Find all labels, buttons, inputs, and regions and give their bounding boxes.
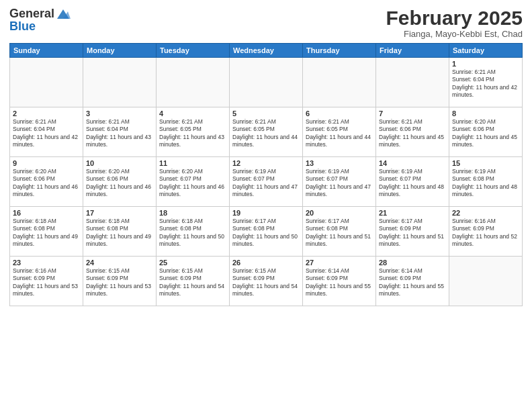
day-info: Sunrise: 6:18 AMSunset: 6:08 PMDaylight:… [86, 218, 153, 248]
day-info: Sunrise: 6:20 AMSunset: 6:07 PMDaylight:… [159, 168, 226, 199]
calendar-cell [157, 58, 230, 107]
day-info: Sunrise: 6:20 AMSunset: 6:06 PMDaylight:… [13, 168, 80, 199]
calendar-cell: 23Sunrise: 6:16 AMSunset: 6:09 PMDayligh… [10, 257, 83, 306]
calendar-cell: 24Sunrise: 6:15 AMSunset: 6:09 PMDayligh… [83, 257, 157, 306]
logo-area: General Blue [9, 7, 71, 34]
day-number: 23 [13, 259, 80, 267]
calendar-cell: 8Sunrise: 6:20 AMSunset: 6:06 PMDaylight… [449, 107, 523, 157]
day-info: Sunrise: 6:17 AMSunset: 6:08 PMDaylight:… [306, 218, 373, 248]
calendar-cell [449, 257, 523, 306]
day-number: 6 [306, 109, 373, 118]
day-info: Sunrise: 6:21 AMSunset: 6:05 PMDaylight:… [232, 118, 300, 149]
col-sunday: Sunday [10, 44, 83, 58]
day-info: Sunrise: 6:20 AMSunset: 6:06 PMDaylight:… [86, 168, 153, 199]
day-number: 20 [306, 209, 373, 217]
day-info: Sunrise: 6:14 AMSunset: 6:09 PMDaylight:… [306, 267, 373, 298]
calendar-cell: 12Sunrise: 6:19 AMSunset: 6:07 PMDayligh… [230, 157, 303, 207]
calendar-cell [230, 58, 303, 107]
logo-blue: Blue [9, 19, 36, 33]
location-title: Fianga, Mayo-Kebbi Est, Chad [386, 29, 523, 39]
day-info: Sunrise: 6:20 AMSunset: 6:06 PMDaylight:… [452, 118, 519, 149]
calendar-cell: 13Sunrise: 6:19 AMSunset: 6:07 PMDayligh… [303, 157, 376, 207]
day-number: 28 [379, 259, 446, 267]
calendar-cell [83, 58, 157, 107]
day-info: Sunrise: 6:19 AMSunset: 6:07 PMDaylight:… [232, 168, 300, 199]
calendar-cell: 6Sunrise: 6:21 AMSunset: 6:05 PMDaylight… [303, 107, 376, 157]
day-number: 27 [306, 259, 373, 267]
day-info: Sunrise: 6:16 AMSunset: 6:09 PMDaylight:… [452, 218, 519, 248]
logo-general: General [9, 7, 54, 21]
calendar-cell: 5Sunrise: 6:21 AMSunset: 6:05 PMDaylight… [230, 107, 303, 157]
day-info: Sunrise: 6:14 AMSunset: 6:09 PMDaylight:… [379, 267, 446, 298]
day-number: 25 [159, 259, 226, 267]
day-number: 10 [86, 159, 153, 167]
calendar-cell: 26Sunrise: 6:15 AMSunset: 6:09 PMDayligh… [230, 257, 303, 306]
day-number: 3 [86, 109, 153, 118]
calendar-cell: 21Sunrise: 6:17 AMSunset: 6:09 PMDayligh… [376, 207, 449, 257]
day-info: Sunrise: 6:16 AMSunset: 6:09 PMDaylight:… [13, 267, 80, 298]
day-number: 8 [452, 109, 519, 118]
calendar-cell: 18Sunrise: 6:18 AMSunset: 6:08 PMDayligh… [157, 207, 230, 257]
calendar-week-4: 23Sunrise: 6:16 AMSunset: 6:09 PMDayligh… [10, 257, 523, 306]
day-number: 12 [232, 159, 300, 167]
day-number: 21 [379, 209, 446, 217]
day-info: Sunrise: 6:21 AMSunset: 6:06 PMDaylight:… [379, 118, 446, 149]
day-number: 5 [232, 109, 300, 118]
day-info: Sunrise: 6:18 AMSunset: 6:08 PMDaylight:… [159, 218, 226, 248]
day-number: 14 [379, 159, 446, 167]
day-number: 18 [159, 209, 226, 217]
col-wednesday: Wednesday [230, 44, 303, 58]
day-info: Sunrise: 6:15 AMSunset: 6:09 PMDaylight:… [86, 267, 153, 298]
day-info: Sunrise: 6:21 AMSunset: 6:04 PMDaylight:… [452, 68, 519, 99]
calendar-cell: 14Sunrise: 6:19 AMSunset: 6:07 PMDayligh… [376, 157, 449, 207]
month-title: February 2025 [386, 7, 523, 29]
day-info: Sunrise: 6:21 AMSunset: 6:05 PMDaylight:… [306, 118, 373, 149]
logo-icon [56, 7, 71, 21]
day-number: 7 [379, 109, 446, 118]
day-info: Sunrise: 6:21 AMSunset: 6:05 PMDaylight:… [159, 118, 226, 149]
calendar-cell: 15Sunrise: 6:19 AMSunset: 6:08 PMDayligh… [449, 157, 523, 207]
day-number: 9 [13, 159, 80, 167]
calendar-cell: 7Sunrise: 6:21 AMSunset: 6:06 PMDaylight… [376, 107, 449, 157]
calendar-cell [10, 58, 83, 107]
calendar-table: Sunday Monday Tuesday Wednesday Thursday… [9, 43, 523, 306]
day-info: Sunrise: 6:15 AMSunset: 6:09 PMDaylight:… [159, 267, 226, 298]
day-info: Sunrise: 6:17 AMSunset: 6:08 PMDaylight:… [232, 218, 300, 248]
col-tuesday: Tuesday [157, 44, 230, 58]
day-info: Sunrise: 6:19 AMSunset: 6:08 PMDaylight:… [452, 168, 519, 199]
day-number: 17 [86, 209, 153, 217]
calendar-week-1: 2Sunrise: 6:21 AMSunset: 6:04 PMDaylight… [10, 107, 523, 157]
calendar-week-3: 16Sunrise: 6:18 AMSunset: 6:08 PMDayligh… [10, 207, 523, 257]
day-number: 19 [232, 209, 300, 217]
col-thursday: Thursday [303, 44, 376, 58]
calendar-cell: 25Sunrise: 6:15 AMSunset: 6:09 PMDayligh… [157, 257, 230, 306]
day-number: 11 [159, 159, 226, 167]
calendar-cell: 3Sunrise: 6:21 AMSunset: 6:04 PMDaylight… [83, 107, 157, 157]
day-number: 24 [86, 259, 153, 267]
title-area: February 2025 Fianga, Mayo-Kebbi Est, Ch… [386, 7, 523, 39]
col-saturday: Saturday [449, 44, 523, 58]
day-info: Sunrise: 6:19 AMSunset: 6:07 PMDaylight:… [306, 168, 373, 199]
calendar-cell: 4Sunrise: 6:21 AMSunset: 6:05 PMDaylight… [157, 107, 230, 157]
day-info: Sunrise: 6:17 AMSunset: 6:09 PMDaylight:… [379, 218, 446, 248]
calendar-cell: 11Sunrise: 6:20 AMSunset: 6:07 PMDayligh… [157, 157, 230, 207]
calendar-cell [303, 58, 376, 107]
day-number: 13 [306, 159, 373, 167]
calendar-cell: 9Sunrise: 6:20 AMSunset: 6:06 PMDaylight… [10, 157, 83, 207]
calendar-cell: 27Sunrise: 6:14 AMSunset: 6:09 PMDayligh… [303, 257, 376, 306]
calendar-cell: 16Sunrise: 6:18 AMSunset: 6:08 PMDayligh… [10, 207, 83, 257]
day-number: 16 [13, 209, 80, 217]
calendar-week-2: 9Sunrise: 6:20 AMSunset: 6:06 PMDaylight… [10, 157, 523, 207]
header: General Blue February 2025 Fianga, Mayo-… [9, 7, 523, 39]
col-friday: Friday [376, 44, 449, 58]
calendar-cell: 17Sunrise: 6:18 AMSunset: 6:08 PMDayligh… [83, 207, 157, 257]
calendar-cell: 1Sunrise: 6:21 AMSunset: 6:04 PMDaylight… [449, 58, 523, 107]
day-number: 2 [13, 109, 80, 118]
day-info: Sunrise: 6:15 AMSunset: 6:09 PMDaylight:… [232, 267, 300, 298]
day-number: 1 [452, 60, 519, 68]
day-info: Sunrise: 6:21 AMSunset: 6:04 PMDaylight:… [86, 118, 153, 149]
calendar-cell: 10Sunrise: 6:20 AMSunset: 6:06 PMDayligh… [83, 157, 157, 207]
calendar-cell: 20Sunrise: 6:17 AMSunset: 6:08 PMDayligh… [303, 207, 376, 257]
calendar-week-0: 1Sunrise: 6:21 AMSunset: 6:04 PMDaylight… [10, 58, 523, 107]
day-number: 26 [232, 259, 300, 267]
